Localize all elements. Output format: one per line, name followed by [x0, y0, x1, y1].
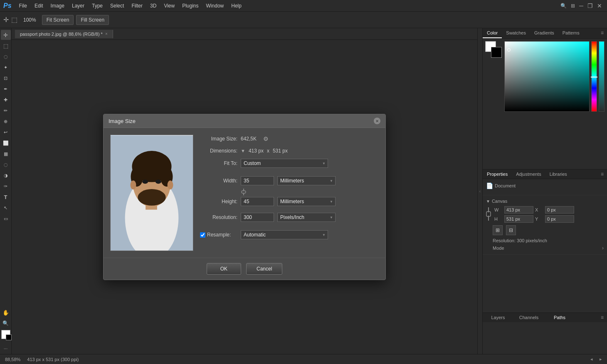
tab-properties[interactable]: Properties: [483, 170, 512, 179]
height-unit-select[interactable]: Millimeters Pixels Centimeters Inches: [277, 197, 336, 206]
tool-healing[interactable]: ✚: [1, 95, 11, 105]
window-minimize[interactable]: ─: [577, 1, 585, 11]
properties-tabs: Properties Adjustments Libraries ≡: [483, 170, 607, 179]
ok-button[interactable]: OK: [207, 263, 241, 275]
width-unit-select[interactable]: Millimeters Pixels Centimeters Inches: [277, 176, 336, 185]
tool-lasso[interactable]: ◌: [1, 52, 11, 61]
tool-crop[interactable]: ⊡: [1, 73, 11, 83]
height-input[interactable]: [241, 197, 274, 206]
menu-edit[interactable]: Edit: [31, 1, 47, 10]
tab-channels[interactable]: Channels: [513, 313, 544, 322]
width-label: Width:: [200, 178, 237, 184]
menu-filter[interactable]: Filter: [128, 1, 146, 10]
fill-screen-button[interactable]: Fill Screen: [76, 15, 109, 25]
main-area: ✛ ⬚ ◌ ✦ ⊡ ✒ ✚ ✏ ⊕ ↩ ⬜ ▦ ◌ ◑ ✑ T ↖ ▭ ✋ 🔍 …: [0, 28, 607, 354]
menu-type[interactable]: Type: [89, 1, 106, 10]
menu-select[interactable]: Select: [107, 1, 127, 10]
resolution-row: Resolution: Pixels/Inch Pixels/Centimete…: [200, 213, 379, 222]
tab-libraries[interactable]: Libraries: [545, 170, 571, 179]
dimensions-icon[interactable]: ▼: [241, 148, 245, 153]
tool-gradient[interactable]: ▦: [1, 149, 11, 159]
panel-collapse-handle[interactable]: ‹: [477, 28, 482, 354]
tab-adjustments[interactable]: Adjustments: [512, 170, 545, 179]
menu-view[interactable]: View: [160, 1, 178, 10]
color-panel-content: [483, 39, 607, 114]
tool-more[interactable]: …: [1, 342, 11, 352]
layers-menu-icon[interactable]: ≡: [597, 313, 607, 322]
menu-plugins[interactable]: Plugins: [179, 1, 202, 10]
tool-path-select[interactable]: ↖: [1, 203, 11, 213]
tool-move[interactable]: ✛: [1, 30, 11, 40]
background-swatch[interactable]: [491, 47, 502, 58]
canvas-y-input[interactable]: [545, 215, 574, 223]
dimensions-label: Dimensions:: [200, 148, 237, 154]
menu-3d[interactable]: 3D: [147, 1, 160, 10]
menu-window[interactable]: Window: [203, 1, 227, 10]
status-nav-left[interactable]: ◂: [590, 357, 593, 362]
tool-foreground-color[interactable]: [1, 330, 10, 339]
document-tab[interactable]: passport photo 2.jpg @ 88,6% (RGB/8) * ×: [15, 30, 113, 38]
tool-marquee[interactable]: ⬚: [1, 41, 11, 51]
tool-dodge[interactable]: ◑: [1, 170, 11, 180]
dialog-close-button[interactable]: ✕: [374, 118, 380, 124]
canvas-collapse-icon: ▼: [486, 199, 490, 204]
tool-history[interactable]: ↩: [1, 127, 11, 137]
color-panel: Color Swatches Gradients Patterns ≡: [483, 28, 607, 170]
resolution-input[interactable]: [241, 213, 274, 222]
mode-expand-icon[interactable]: ›: [602, 245, 604, 251]
tool-brush[interactable]: ✏: [1, 106, 11, 116]
window-close[interactable]: ✕: [595, 1, 604, 11]
menu-help[interactable]: Help: [228, 1, 245, 10]
alpha-slider[interactable]: [599, 41, 605, 112]
tool-pen[interactable]: ✑: [1, 181, 11, 191]
canvas-w-input[interactable]: [504, 206, 533, 214]
tab-layers[interactable]: Layers: [483, 313, 513, 322]
menu-file[interactable]: File: [16, 1, 30, 10]
tool-blur[interactable]: ◌: [1, 160, 11, 170]
zoom-level[interactable]: 100%: [20, 17, 39, 23]
tool-clone[interactable]: ⊕: [1, 116, 11, 126]
search-icon[interactable]: 🔍: [559, 1, 568, 10]
tab-close-icon[interactable]: ×: [105, 32, 108, 36]
arrange-icon[interactable]: ⊞: [569, 1, 577, 10]
window-maximize[interactable]: ❐: [586, 1, 595, 11]
resolution-unit-select[interactable]: Pixels/Inch Pixels/Centimeter: [277, 213, 336, 222]
tool-eraser[interactable]: ⬜: [1, 138, 11, 148]
resample-checkbox[interactable]: [200, 232, 205, 238]
tab-color[interactable]: Color: [483, 28, 502, 38]
menu-layer[interactable]: Layer: [69, 1, 88, 10]
canvas-x-input[interactable]: [545, 206, 574, 214]
document-header[interactable]: 📄 Document: [486, 182, 604, 189]
tool-hand[interactable]: ✋: [1, 307, 11, 317]
tool-text[interactable]: T: [1, 192, 11, 202]
tool-magic-wand[interactable]: ✦: [1, 62, 11, 72]
color-field[interactable]: [504, 41, 590, 112]
tool-zoom[interactable]: 🔍: [1, 318, 11, 328]
canvas-header[interactable]: ▼ Canvas: [486, 199, 604, 204]
canvas-portrait-icon[interactable]: ⊞: [493, 225, 503, 235]
canvas-landscape-icon[interactable]: ⊟: [506, 225, 516, 235]
link-icon-canvas: [486, 207, 491, 221]
paths-content: [483, 322, 607, 350]
fit-screen-button[interactable]: Fit Screen: [42, 15, 74, 25]
toolbar: ✛ ⬚ 100% Fit Screen Fill Screen: [0, 12, 607, 28]
tool-eyedropper[interactable]: ✒: [1, 84, 11, 94]
status-nav-right[interactable]: ▸: [600, 357, 602, 362]
hue-slider[interactable]: [591, 41, 597, 112]
color-panel-menu-icon[interactable]: ≡: [597, 28, 607, 38]
tool-shape[interactable]: ▭: [1, 214, 11, 224]
tab-patterns[interactable]: Patterns: [558, 28, 584, 38]
canvas-h-label: H: [494, 216, 503, 221]
properties-menu-icon[interactable]: ≡: [597, 170, 607, 179]
tab-swatches[interactable]: Swatches: [502, 28, 530, 38]
resample-select[interactable]: Automatic Preserve Details Bicubic Smoot…: [241, 230, 328, 239]
menu-image[interactable]: Image: [47, 1, 68, 10]
settings-icon[interactable]: ⚙: [262, 135, 270, 143]
canvas-h-input[interactable]: [504, 215, 533, 223]
width-input[interactable]: [241, 176, 274, 185]
tab-gradients[interactable]: Gradients: [530, 28, 558, 38]
cancel-button[interactable]: Cancel: [246, 263, 282, 275]
tab-paths[interactable]: Paths: [544, 313, 575, 322]
fit-to-select[interactable]: Custom Original Size Screen Resolution P…: [241, 159, 328, 168]
dimensions-h: 531 px: [273, 148, 288, 154]
